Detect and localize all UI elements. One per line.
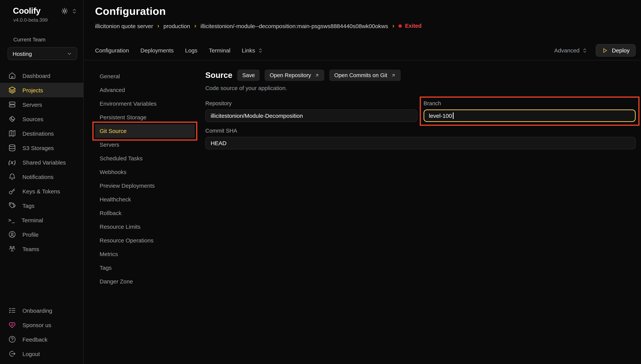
sidebar-item-s3-storages[interactable]: S3 Storages (0, 140, 83, 155)
save-button[interactable]: Save (237, 70, 260, 81)
current-team-label: Current Team (13, 36, 77, 42)
chevrons-up-down-icon (582, 48, 587, 53)
subnav-item-persistent-storage[interactable]: Persistent Storage (95, 110, 195, 124)
deploy-button[interactable]: Deploy (596, 44, 636, 56)
subnav-item-servers[interactable]: Servers (95, 138, 195, 152)
sidebar-item-terminal[interactable]: >_ Terminal (0, 213, 83, 227)
subnav-item-healthcheck[interactable]: Healthcheck (95, 193, 195, 206)
commit-sha-input[interactable] (205, 137, 636, 149)
sidebar-item-label: Teams (23, 246, 39, 252)
open-repository-button[interactable]: Open Repository (265, 70, 324, 81)
sidebar-item-teams[interactable]: Teams (0, 242, 83, 256)
breadcrumb-environment[interactable]: production (164, 22, 190, 29)
git-source-icon (8, 115, 16, 123)
sun-icon[interactable] (61, 8, 68, 14)
text-cursor (453, 112, 454, 119)
subnav-item-scheduled-tasks[interactable]: Scheduled Tasks (95, 152, 195, 165)
app-version: v4.0.0-beta.399 (13, 17, 77, 23)
breadcrumb-application[interactable]: illicitestonion/-module--decomposition:m… (201, 22, 388, 29)
branch-label: Branch (423, 100, 636, 106)
sidebar-item-label: Terminal (22, 217, 43, 223)
team-select[interactable]: Hosting (8, 47, 77, 60)
breadcrumb-project[interactable]: illicitonion quote server (95, 22, 153, 29)
repository-input[interactable] (205, 110, 417, 122)
help-circle-icon (8, 336, 16, 343)
repository-label: Repository (205, 100, 417, 106)
open-commits-label: Open Commits on Git (334, 72, 387, 78)
sidebar-item-shared-variables[interactable]: (x) Shared Variables (0, 155, 83, 170)
sidebar-item-sources[interactable]: Sources (0, 112, 83, 126)
page-title: Configuration (95, 5, 636, 18)
sidebar-item-tags[interactable]: Tags (0, 198, 83, 213)
app-window: Coolify v4.0.0-beta.399 Current Team Hos… (0, 0, 641, 364)
checklist-icon (8, 307, 16, 314)
variable-icon: (x) (8, 159, 16, 165)
sidebar-item-destinations[interactable]: Destinations (0, 126, 83, 140)
tab-links[interactable]: Links (242, 47, 263, 54)
sidebar-item-onboarding[interactable]: Onboarding (0, 303, 83, 318)
subnav-item-git-source[interactable]: Git Source (95, 124, 195, 138)
sidebar-item-label: Onboarding (23, 307, 52, 314)
source-panel-header: Source Save Open Repository Open Commits… (205, 70, 636, 81)
sidebar-item-label: Servers (23, 101, 42, 108)
database-icon (8, 144, 16, 152)
repository-field: Repository (205, 100, 417, 122)
subnav-item-environment-variables[interactable]: Environment Variables (95, 97, 195, 110)
sidebar-item-label: Sponsor us (23, 322, 51, 328)
main-area: Configuration illicitonion quote server … (84, 0, 641, 364)
subnav-item-advanced[interactable]: Advanced (95, 83, 195, 97)
sidebar-item-feedback[interactable]: Feedback (0, 332, 83, 346)
open-commits-button[interactable]: Open Commits on Git (329, 70, 400, 81)
advanced-dropdown[interactable]: Advanced (554, 47, 587, 54)
tab-deployments[interactable]: Deployments (140, 47, 174, 54)
sidebar-item-label: S3 Storages (23, 144, 54, 151)
branch-input[interactable]: level-100 (423, 110, 636, 122)
sidebar-item-label: Projects (23, 87, 43, 93)
tags-icon (8, 202, 16, 209)
chevrons-up-down-icon (258, 48, 263, 53)
home-icon (8, 72, 16, 80)
page-header: Configuration illicitonion quote server … (84, 0, 641, 29)
sidebar-item-label: Profile (23, 231, 39, 238)
subnav-item-danger-zone[interactable]: Danger Zone (95, 275, 195, 288)
subnav-item-metrics[interactable]: Metrics (95, 247, 195, 261)
play-icon (602, 47, 608, 54)
sidebar-item-label: Notifications (23, 174, 54, 180)
chevron-down-icon (67, 51, 72, 56)
commit-sha-label: Commit SHA (205, 128, 636, 134)
subnav-item-preview-deployments[interactable]: Preview Deployments (95, 179, 195, 193)
sidebar-item-servers[interactable]: Servers (0, 97, 83, 112)
subnav-item-tags[interactable]: Tags (95, 261, 195, 275)
sidebar-item-label: Keys & Tokens (23, 188, 60, 194)
bell-icon (8, 173, 16, 180)
subnav-item-resource-limits[interactable]: Resource Limits (95, 220, 195, 234)
chevrons-up-down-icon[interactable] (72, 8, 77, 14)
theme-controls (61, 8, 77, 14)
sidebar-header: Coolify v4.0.0-beta.399 Current Team Hos… (0, 0, 83, 60)
sidebar-item-keys-tokens[interactable]: Keys & Tokens (0, 184, 83, 198)
layers-icon (8, 86, 16, 94)
sidebar-item-dashboard[interactable]: Dashboard (0, 68, 83, 83)
tab-logs[interactable]: Logs (185, 47, 198, 54)
source-heading: Source (205, 71, 232, 80)
subnav-item-resource-operations[interactable]: Resource Operations (95, 234, 195, 247)
sidebar-item-profile[interactable]: Profile (0, 227, 83, 242)
sidebar-item-projects[interactable]: Projects (0, 83, 83, 97)
breadcrumb-separator: › (392, 22, 394, 29)
status-text: Exited (405, 23, 421, 29)
tab-terminal[interactable]: Terminal (209, 47, 230, 54)
tab-configuration[interactable]: Configuration (95, 47, 129, 54)
sidebar-item-logout[interactable]: Logout (0, 346, 83, 361)
subnav-item-webhooks[interactable]: Webhooks (95, 165, 195, 179)
sidebar-item-notifications[interactable]: Notifications (0, 170, 83, 184)
sidebar-item-sponsor-us[interactable]: Sponsor us (0, 318, 83, 332)
map-icon (8, 130, 16, 137)
sidebar: Coolify v4.0.0-beta.399 Current Team Hos… (0, 0, 84, 364)
sidebar-item-label: Tags (23, 202, 35, 209)
subnav-item-rollback[interactable]: Rollback (95, 206, 195, 220)
sidebar-item-label: Destinations (23, 130, 54, 136)
server-icon (8, 101, 16, 108)
subnav-item-general[interactable]: General (95, 70, 195, 83)
coolify-logo: Coolify (13, 6, 41, 16)
breadcrumb-separator: › (157, 22, 159, 29)
